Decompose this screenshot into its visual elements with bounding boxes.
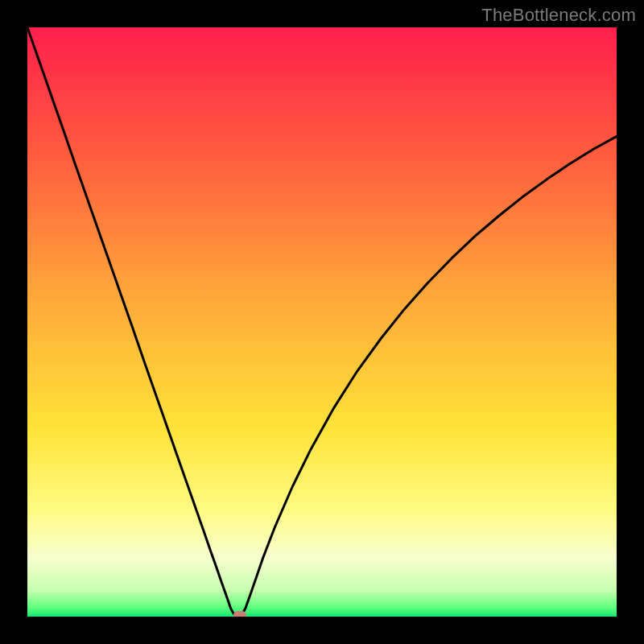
plot-area [27, 27, 617, 617]
bottleneck-curve [27, 27, 617, 617]
chart-frame: TheBottleneck.com [0, 0, 644, 644]
minimum-marker [233, 611, 246, 617]
watermark-text: TheBottleneck.com [481, 5, 636, 26]
